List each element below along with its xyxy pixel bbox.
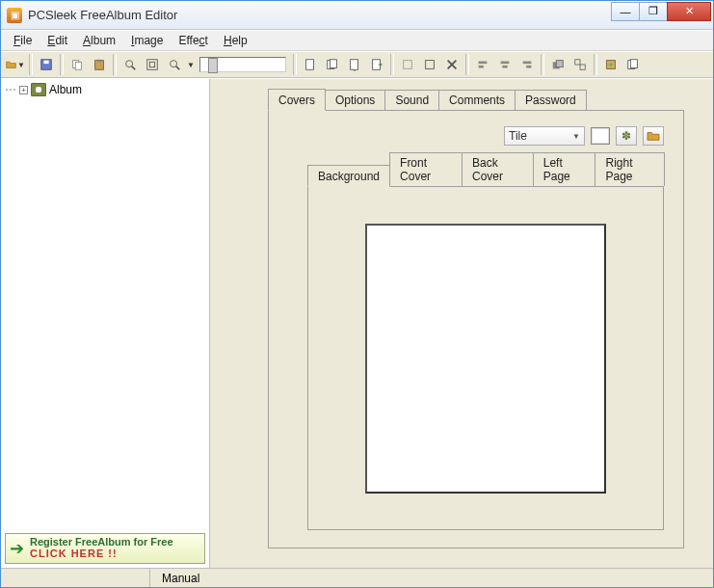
align-right-button[interactable] — [516, 54, 538, 75]
combo-value: Tile — [509, 129, 527, 143]
svg-rect-24 — [502, 66, 507, 68]
svg-line-7 — [132, 67, 136, 70]
align-left-button[interactable] — [472, 54, 493, 75]
app-window: ▣ PCSleek FreeAlbum Editor — ❐ ✕ File Ed… — [0, 0, 714, 588]
menu-image[interactable]: Image — [124, 32, 170, 49]
zoom-out-button[interactable] — [164, 54, 185, 75]
delete-button[interactable] — [441, 54, 463, 75]
fit-screen-button[interactable] — [142, 54, 163, 75]
tree-root-label: Album — [49, 83, 82, 96]
menu-file[interactable]: File — [7, 32, 39, 49]
window-title: PCSleek FreeAlbum Editor — [28, 8, 611, 22]
copy-button[interactable] — [66, 54, 88, 75]
statusbar: Manual — [1, 568, 713, 587]
menu-help[interactable]: Help — [217, 32, 254, 49]
subtab-right-page[interactable]: Right Page — [595, 152, 665, 186]
save-button[interactable] — [36, 54, 57, 75]
svg-rect-21 — [479, 62, 488, 65]
toolbar: ▼ ▼ — [1, 51, 713, 78]
browse-button[interactable] — [643, 126, 664, 146]
separator — [113, 54, 117, 75]
copy-page-button[interactable] — [622, 54, 644, 75]
svg-rect-3 — [75, 62, 81, 69]
svg-rect-5 — [97, 60, 101, 63]
tab-comments[interactable]: Comments — [438, 90, 516, 110]
svg-rect-17 — [404, 61, 412, 69]
client-area: ⋯ + Album ➔ Register FreeAlbum for Free … — [1, 78, 713, 568]
separator — [60, 54, 64, 75]
svg-point-6 — [126, 61, 133, 67]
chevron-down-icon: ▼ — [17, 61, 25, 69]
svg-rect-12 — [306, 60, 314, 70]
svg-rect-8 — [147, 60, 158, 70]
main-tabstrip: Covers Options Sound Comments Password — [268, 89, 684, 110]
separator — [293, 54, 297, 75]
close-button[interactable]: ✕ — [667, 2, 711, 21]
cover-canvas[interactable] — [307, 186, 664, 530]
sidebar: ⋯ + Album ➔ Register FreeAlbum for Free … — [1, 79, 210, 568]
svg-rect-18 — [426, 61, 435, 69]
main-panel: Covers Options Sound Comments Password T… — [210, 79, 713, 568]
sub-tabstrip: Background Front Cover Back Cover Left P… — [307, 165, 664, 186]
svg-rect-33 — [630, 60, 637, 68]
subtab-background[interactable]: Background — [307, 165, 390, 187]
subtab-back-cover[interactable]: Back Cover — [462, 152, 534, 186]
tab-covers[interactable]: Covers — [268, 89, 326, 111]
svg-rect-22 — [479, 66, 484, 68]
separator — [390, 54, 394, 75]
separator — [29, 54, 33, 75]
ungroup-button[interactable] — [569, 54, 591, 75]
tab-password[interactable]: Password — [515, 90, 587, 110]
zoom-slider[interactable] — [199, 57, 286, 72]
svg-rect-26 — [526, 66, 531, 68]
paste-button[interactable] — [89, 54, 110, 75]
tree-root-item[interactable]: ⋯ + Album — [5, 83, 205, 96]
svg-line-11 — [176, 67, 180, 70]
album-tree[interactable]: ⋯ + Album — [1, 79, 209, 529]
chevron-down-icon: ▼ — [187, 61, 195, 69]
chevron-down-icon: ▼ — [572, 132, 580, 141]
align-center-button[interactable] — [494, 54, 516, 75]
refresh-button[interactable]: ✽ — [616, 126, 637, 146]
svg-rect-29 — [575, 60, 580, 65]
subtab-left-page[interactable]: Left Page — [533, 152, 596, 186]
titlebar[interactable]: ▣ PCSleek FreeAlbum Editor — ❐ ✕ — [1, 1, 713, 30]
svg-rect-1 — [43, 61, 48, 65]
maximize-button[interactable]: ❐ — [639, 2, 668, 21]
album-icon — [31, 83, 46, 96]
menu-album[interactable]: Album — [76, 32, 122, 49]
publish-button[interactable] — [600, 54, 621, 75]
status-cell-2: Manual — [150, 572, 211, 585]
menu-effect[interactable]: Effect — [172, 32, 214, 49]
stamp-button[interactable] — [397, 54, 418, 75]
register-line2: CLICK HERE !! — [30, 548, 173, 560]
svg-rect-25 — [523, 62, 532, 65]
rect-select-button[interactable] — [419, 54, 440, 75]
tab-sound[interactable]: Sound — [384, 90, 439, 110]
separator — [465, 54, 469, 75]
register-banner[interactable]: ➔ Register FreeAlbum for Free CLICK HERE… — [5, 533, 205, 564]
tab-body-covers: Tile ▼ ✽ Background Front Cover Back Cov… — [268, 110, 684, 548]
next-page-button[interactable] — [366, 54, 387, 75]
fill-mode-combo[interactable]: Tile ▼ — [504, 126, 585, 146]
arrow-right-icon: ➔ — [10, 538, 24, 559]
open-button[interactable]: ▼ — [5, 54, 26, 75]
duplicate-page-button[interactable] — [344, 54, 365, 75]
page-preview — [365, 224, 606, 494]
zoom-slider-dropdown[interactable]: ▼ — [186, 61, 195, 69]
page-stack-button[interactable] — [322, 54, 343, 75]
zoom-in-button[interactable] — [119, 54, 141, 75]
svg-rect-23 — [501, 62, 510, 65]
menu-edit[interactable]: Edit — [40, 32, 74, 49]
tab-options[interactable]: Options — [325, 90, 385, 110]
minimize-button[interactable]: — — [611, 2, 640, 21]
color-swatch[interactable] — [591, 127, 610, 145]
svg-rect-15 — [351, 60, 358, 70]
svg-rect-9 — [149, 62, 154, 67]
subtab-front-cover[interactable]: Front Cover — [389, 152, 463, 186]
svg-rect-14 — [330, 60, 336, 68]
layers-button[interactable] — [547, 54, 569, 75]
new-page-button[interactable] — [300, 54, 321, 75]
status-cell-1 — [1, 569, 150, 587]
expand-icon[interactable]: + — [19, 86, 28, 94]
